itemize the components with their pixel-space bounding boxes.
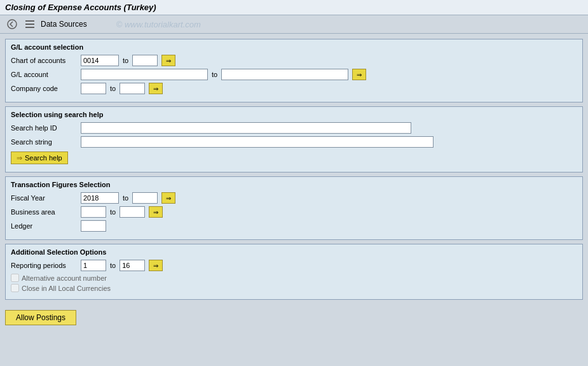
toolbar: Data Sources © www.tutorialkart.com [0, 15, 588, 34]
ledger-label: Ledger [11, 222, 81, 230]
fiscal-year-from[interactable] [81, 192, 119, 204]
additional-options-title: Additional Selection Options [11, 248, 577, 256]
search-string-input[interactable] [81, 136, 434, 148]
search-help-section-title: Selection using search help [11, 111, 577, 118]
svg-rect-1 [25, 20, 34, 22]
gl-account-to[interactable] [221, 69, 348, 80]
chart-of-accounts-to[interactable] [132, 55, 158, 66]
company-code-label: Company code [11, 85, 81, 92]
chart-of-accounts-row: Chart of accounts to ⇒ [11, 55, 577, 66]
search-help-id-input[interactable] [81, 122, 411, 134]
chart-of-accounts-label: Chart of accounts [11, 57, 81, 64]
reporting-periods-arrow-btn[interactable]: ⇒ [149, 260, 163, 271]
fiscal-year-row: Fiscal Year to ⇒ [11, 192, 577, 204]
allow-postings-button[interactable]: Allow Postings [5, 310, 76, 325]
gl-account-from[interactable] [81, 69, 208, 80]
alternative-account-label: Alternative account number [22, 274, 107, 282]
ledger-row: Ledger [11, 220, 577, 232]
close-local-currencies-checkbox[interactable] [11, 284, 19, 292]
search-string-label: Search string [11, 138, 81, 146]
fiscal-year-to[interactable] [132, 192, 158, 204]
fiscal-year-arrow-btn[interactable]: ⇒ [161, 192, 175, 204]
search-help-id-row: Search help ID [11, 122, 577, 134]
business-area-row: Business area to ⇒ [11, 206, 577, 218]
search-help-button[interactable]: ⇒ Search help [11, 151, 68, 164]
reporting-periods-label: Reporting periods [11, 262, 81, 269]
business-area-arrow-btn[interactable]: ⇒ [149, 206, 163, 218]
close-local-currencies-label: Close in All Local Currencies [22, 285, 111, 292]
fiscal-year-label: Fiscal Year [11, 194, 81, 202]
gl-account-arrow-btn[interactable]: ⇒ [352, 69, 366, 80]
search-help-btn-label: Search help [25, 154, 62, 162]
svg-point-0 [8, 20, 17, 29]
search-help-section: Selection using search help Search help … [5, 106, 583, 172]
search-help-id-label: Search help ID [11, 124, 81, 132]
company-code-to[interactable] [120, 83, 145, 94]
company-code-arrow-btn[interactable]: ⇒ [149, 83, 163, 94]
gl-account-row: G/L account to ⇒ [11, 69, 577, 80]
business-area-from[interactable] [81, 206, 106, 218]
page-title: Closing of Expense Accounts (Turkey) [5, 3, 156, 12]
company-code-from[interactable] [81, 83, 106, 94]
back-icon[interactable] [5, 17, 19, 31]
company-code-row: Company code to ⇒ [11, 83, 577, 94]
allow-postings-container: Allow Postings [5, 304, 583, 325]
reporting-periods-from[interactable] [81, 260, 106, 271]
title-bar: Closing of Expense Accounts (Turkey) [0, 0, 588, 15]
chart-of-accounts-arrow-btn[interactable]: ⇒ [161, 55, 175, 66]
close-local-currencies-row: Close in All Local Currencies [11, 284, 577, 292]
alternative-account-row: Alternative account number [11, 274, 577, 282]
ledger-input[interactable] [81, 220, 106, 232]
business-area-to[interactable] [120, 206, 145, 218]
reporting-periods-to[interactable] [120, 260, 145, 271]
datasources-label[interactable]: Data Sources [41, 20, 87, 29]
transaction-figures-title: Transaction Figures Selection [11, 181, 577, 188]
additional-options-section: Additional Selection Options Reporting p… [5, 244, 583, 300]
svg-rect-2 [25, 24, 34, 25]
alternative-account-checkbox[interactable] [11, 274, 19, 282]
list-icon[interactable] [23, 17, 37, 31]
watermark: © www.tutorialkart.com [116, 20, 201, 29]
gl-account-label: G/L account [11, 71, 81, 78]
chart-of-accounts-from[interactable] [81, 55, 119, 66]
svg-rect-3 [25, 27, 34, 28]
search-string-row: Search string [11, 136, 577, 148]
search-help-btn-icon: ⇒ [17, 154, 22, 162]
gl-account-section-title: G/L account selection [11, 43, 577, 51]
transaction-figures-section: Transaction Figures Selection Fiscal Yea… [5, 176, 583, 240]
reporting-periods-row: Reporting periods to ⇒ [11, 260, 577, 271]
gl-account-section: G/L account selection Chart of accounts … [5, 39, 583, 102]
business-area-label: Business area [11, 208, 81, 216]
